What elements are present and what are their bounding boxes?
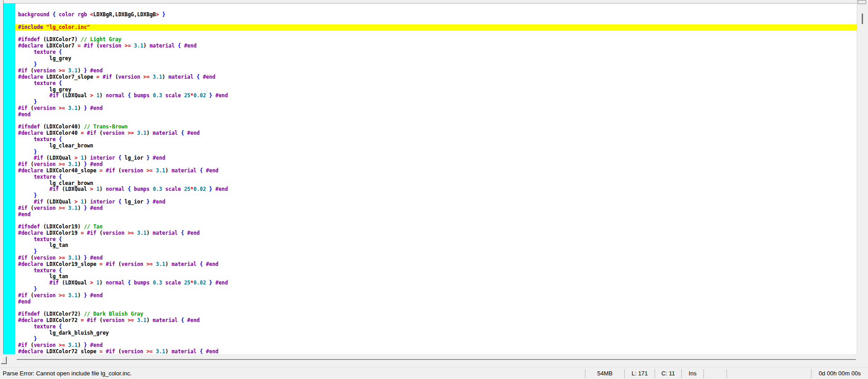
code-line[interactable] [15,18,857,24]
code-line[interactable]: #if (version >= 3.1) } #end [15,342,857,349]
code-line[interactable] [15,305,857,311]
code-line[interactable]: #declare LDXColor40 = #if (version >= 3.… [15,130,857,137]
code-token: version [34,342,56,348]
code-line[interactable]: #if (version >= 3.1) } #end [15,205,857,212]
code-token [99,74,103,80]
code-line[interactable]: lg_grey [15,56,857,62]
code-token [18,236,34,242]
code-token: ) [165,261,172,267]
code-line[interactable]: #if (version >= 3.1) } #end [15,293,857,299]
code-line[interactable]: #if (LDXQual > 1) normal { bumps 0.3 sca… [15,93,857,99]
code-token: material [168,74,193,80]
scrollbar-thumb[interactable] [862,14,863,24]
code-token [18,192,34,199]
code-line[interactable]: #declare LDXColor40_slope = #if (version… [15,168,857,174]
code-token [200,74,203,80]
code-token: = [99,167,103,174]
editor-change-margin[interactable] [4,4,15,354]
code-line[interactable]: #end [15,299,857,305]
code-token: #if [87,130,96,136]
code-line[interactable]: #end [15,212,857,218]
code-token: } [34,248,37,255]
code-line[interactable] [15,218,857,224]
code-line[interactable]: texture { [15,81,857,87]
code-line[interactable]: } [15,249,857,255]
code-line[interactable]: lg_tan [15,274,857,280]
code-line[interactable]: #declare LDXColor7 = #if (version >= 3.1… [15,43,857,49]
code-token [206,92,209,99]
code-token [18,186,49,192]
code-token: * [190,92,193,99]
code-token: 0.3 [153,92,162,99]
code-line[interactable]: lg_clear_brown [15,143,857,149]
code-line[interactable]: #ifndef (LDXColor19) // Tan [15,224,857,230]
code-token: #declare [18,43,43,49]
code-line[interactable]: texture { [15,237,857,243]
code-line[interactable]: #if (LDXQual > 1) normal { bumps 0.3 sca… [15,280,857,286]
code-line[interactable]: #if (version >= 3.1) } #end [15,255,857,261]
code-line[interactable]: #declare LDXColor72 = #if (version >= 3.… [15,317,857,324]
code-token: material [153,130,178,136]
code-line[interactable] [15,30,857,37]
code-line[interactable]: #ifndef (LDXColor7) // Light Gray [15,37,857,43]
code-line[interactable]: texture { [15,174,857,180]
code-line[interactable]: #declare LDXColor19_slope = #if (version… [15,261,857,268]
code-token [203,167,206,174]
code-token: #end [90,105,103,111]
left-chrome-strip [0,0,4,354]
code-line[interactable]: #declare LDXColor72_slope = #if (version… [15,349,857,354]
code-line[interactable]: #ifndef (LDXColor40) // Trans-Brown [15,124,857,130]
code-token [18,336,34,342]
code-token: (LDXColor19) [40,223,84,230]
code-line[interactable]: #declare LDXColor19 = #if (version >= 3.… [15,230,857,237]
code-token [143,167,146,174]
vertical-scrollbar[interactable] [857,0,868,354]
code-line[interactable]: #ifndef (LDXColor72) // Dark Bluish Gray [15,311,857,317]
code-line[interactable]: #if (version >= 3.1) } #end [15,68,857,74]
code-line[interactable]: background { color rgb <LDXBgR,LDXBgG,LD… [15,12,857,18]
code-line[interactable]: } [15,193,857,199]
code-token: // Trans-Brown [84,123,127,130]
code-line[interactable]: lg_dark_bluish_grey [15,330,857,336]
code-line[interactable]: #declare LDXColor7_slope = #if (version … [15,74,857,81]
code-line[interactable]: texture { [15,137,857,143]
code-token: #end [90,67,103,74]
code-token: ( [28,292,34,298]
code-token [153,261,156,267]
code-token: #declare [18,130,43,136]
code-line[interactable]: #if (LDXQual > 1) interior { lg_ior } #e… [15,155,857,161]
highlighted-line[interactable]: #include "lg_color.inc" [15,24,857,31]
code-line[interactable]: lg_grey [15,87,857,93]
code-line[interactable]: texture { [15,268,857,274]
code-token: background [18,11,49,18]
code-token: 0.3 [153,186,162,192]
code-token: 3.1 [68,105,78,111]
code-token: >= [127,130,134,136]
code-token [56,136,59,142]
code-line[interactable]: #if (LDXQual > 1) normal { bumps 0.3 sca… [15,186,857,193]
scrollbar-up-button[interactable] [858,0,866,4]
code-line[interactable]: } [15,149,857,156]
code-line[interactable]: #if (LDXQual > 1) interior { lg_ior } #e… [15,199,857,205]
code-line[interactable] [15,118,857,124]
splitter-handle[interactable] [1,356,7,364]
code-token: { [59,136,62,142]
code-line[interactable]: } [15,286,857,293]
code-line[interactable]: } [15,336,857,342]
code-line[interactable]: lg_clear_brown [15,180,857,187]
code-editor[interactable]: background { color rgb <LDXBgR,LDXBgG,LD… [15,4,857,354]
code-token: #end [18,298,31,305]
code-line[interactable]: #if (version >= 3.1) } #end [15,105,857,112]
code-line[interactable]: texture { [15,49,857,56]
code-line[interactable]: #if (version >= 3.1) } #end [15,161,857,168]
code-token: rgb [78,11,87,18]
code-token: ) [78,342,84,348]
code-line[interactable]: } [15,62,857,68]
code-token [56,323,59,330]
code-line[interactable]: lg_tan [15,242,857,249]
code-token: version [118,74,140,80]
code-line[interactable]: texture { [15,324,857,330]
code-line[interactable]: #end [15,112,857,118]
code-line[interactable]: } [15,99,857,105]
code-token [162,186,165,192]
